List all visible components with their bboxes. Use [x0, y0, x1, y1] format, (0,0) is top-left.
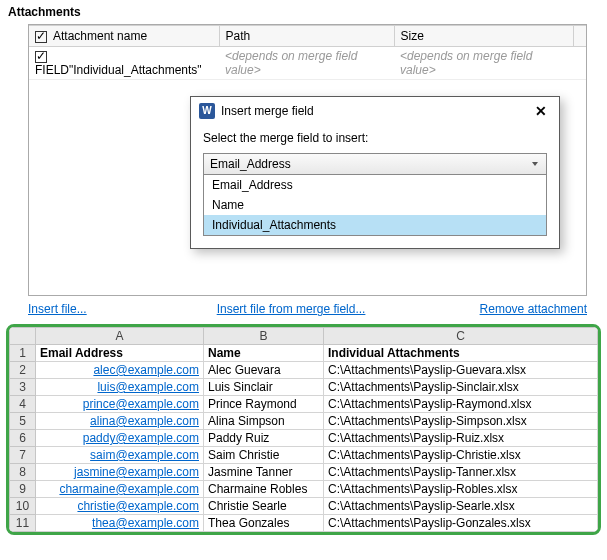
word-icon: W — [199, 103, 215, 119]
row-header[interactable]: 10 — [10, 498, 36, 515]
cell-path[interactable]: C:\Attachments\Payslip-Christie.xlsx — [324, 447, 598, 464]
insert-merge-link[interactable]: Insert file from merge field... — [217, 302, 366, 316]
cell-name[interactable]: Christie Searle — [204, 498, 324, 515]
table-row: 10christie@example.comChristie SearleC:\… — [10, 498, 598, 515]
cell-email[interactable]: thea@example.com — [36, 515, 204, 532]
row-header[interactable]: 9 — [10, 481, 36, 498]
col-label: Attachment name — [53, 29, 147, 43]
cell-email[interactable]: alec@example.com — [36, 362, 204, 379]
cell-email[interactable]: paddy@example.com — [36, 430, 204, 447]
cell-name[interactable]: Saim Christie — [204, 447, 324, 464]
row-header[interactable]: 5 — [10, 413, 36, 430]
dialog-label: Select the merge field to insert: — [203, 131, 547, 145]
dialog-titlebar: W Insert merge field ✕ — [191, 97, 559, 125]
col-header-a[interactable]: A — [36, 328, 204, 345]
cell-path[interactable]: C:\Attachments\Payslip-Tanner.xlsx — [324, 464, 598, 481]
row-header[interactable]: 3 — [10, 379, 36, 396]
row-header[interactable]: 11 — [10, 515, 36, 532]
cell-name[interactable]: Charmaine Robles — [204, 481, 324, 498]
cell-path[interactable]: C:\Attachments\Payslip-Gonzales.xlsx — [324, 515, 598, 532]
attachment-row[interactable]: FIELD"Individual_Attachments" <depends o… — [29, 47, 586, 80]
cell-name[interactable]: Luis Sinclair — [204, 379, 324, 396]
cell-path[interactable]: C:\Attachments\Payslip-Searle.xlsx — [324, 498, 598, 515]
merge-field-dropdown-list: Email_Address Name Individual_Attachment… — [203, 175, 547, 236]
col-spacer — [574, 26, 587, 47]
combo-option-email[interactable]: Email_Address — [204, 175, 546, 195]
table-row: 5alina@example.comAlina SimpsonC:\Attach… — [10, 413, 598, 430]
table-row: 6paddy@example.comPaddy RuizC:\Attachmen… — [10, 430, 598, 447]
attachment-name: FIELD"Individual_Attachments" — [35, 63, 202, 77]
cell-name[interactable]: Prince Raymond — [204, 396, 324, 413]
header-cell[interactable]: Individual Attachments — [324, 345, 598, 362]
combo-option-name[interactable]: Name — [204, 195, 546, 215]
table-row: 9charmaine@example.comCharmaine RoblesC:… — [10, 481, 598, 498]
cell-name[interactable]: Alina Simpson — [204, 413, 324, 430]
cell-path[interactable]: C:\Attachments\Payslip-Ruiz.xlsx — [324, 430, 598, 447]
row-header[interactable]: 7 — [10, 447, 36, 464]
select-all-corner[interactable] — [10, 328, 36, 345]
cell-path[interactable]: C:\Attachments\Payslip-Raymond.xlsx — [324, 396, 598, 413]
cell-email[interactable]: luis@example.com — [36, 379, 204, 396]
cell-path[interactable]: C:\Attachments\Payslip-Guevara.xlsx — [324, 362, 598, 379]
col-size[interactable]: Size — [394, 26, 574, 47]
attachment-links: Insert file... Insert file from merge fi… — [28, 302, 587, 316]
cell-email[interactable]: charmaine@example.com — [36, 481, 204, 498]
cell-name[interactable]: Paddy Ruiz — [204, 430, 324, 447]
col-header-c[interactable]: C — [324, 328, 598, 345]
cell-name[interactable]: Jasmine Tanner — [204, 464, 324, 481]
attachment-size: <depends on merge field value> — [394, 47, 574, 80]
row-header[interactable]: 1 — [10, 345, 36, 362]
cell-path[interactable]: C:\Attachments\Payslip-Sinclair.xlsx — [324, 379, 598, 396]
cell-name[interactable]: Alec Guevara — [204, 362, 324, 379]
row-header[interactable]: 8 — [10, 464, 36, 481]
cell-email[interactable]: alina@example.com — [36, 413, 204, 430]
spreadsheet: A B C 1 Email Address Name Individual At… — [6, 324, 601, 535]
combo-option-individual-attachments[interactable]: Individual_Attachments — [204, 215, 546, 235]
table-row: 3luis@example.comLuis SinclairC:\Attachm… — [10, 379, 598, 396]
table-row: 8jasmine@example.comJasmine TannerC:\Att… — [10, 464, 598, 481]
remove-attachment-link[interactable]: Remove attachment — [480, 302, 587, 316]
table-row: 11thea@example.comThea GonzalesC:\Attach… — [10, 515, 598, 532]
dialog-title-text: Insert merge field — [221, 104, 314, 118]
insert-merge-field-dialog: W Insert merge field ✕ Select the merge … — [190, 96, 560, 249]
table-row: 4prince@example.comPrince RaymondC:\Atta… — [10, 396, 598, 413]
checkbox-icon[interactable] — [35, 31, 47, 43]
table-row: 2alec@example.comAlec GuevaraC:\Attachme… — [10, 362, 598, 379]
cell-email[interactable]: saim@example.com — [36, 447, 204, 464]
insert-file-link[interactable]: Insert file... — [28, 302, 87, 316]
table-row: 7saim@example.comSaim ChristieC:\Attachm… — [10, 447, 598, 464]
row-header[interactable]: 6 — [10, 430, 36, 447]
section-title: Attachments — [0, 0, 607, 24]
cell-path[interactable]: C:\Attachments\Payslip-Simpson.xlsx — [324, 413, 598, 430]
row-header[interactable]: 4 — [10, 396, 36, 413]
attachments-table: Attachment name Path Size FIELD"Individu… — [29, 25, 586, 80]
attachment-path: <depends on merge field value> — [219, 47, 394, 80]
col-header-b[interactable]: B — [204, 328, 324, 345]
cell-email[interactable]: prince@example.com — [36, 396, 204, 413]
col-path[interactable]: Path — [219, 26, 394, 47]
checkbox-icon[interactable] — [35, 51, 47, 63]
cell-path[interactable]: C:\Attachments\Payslip-Robles.xlsx — [324, 481, 598, 498]
cell-email[interactable]: jasmine@example.com — [36, 464, 204, 481]
col-attachment-name[interactable]: Attachment name — [29, 26, 219, 47]
cell-email[interactable]: christie@example.com — [36, 498, 204, 515]
close-icon[interactable]: ✕ — [531, 103, 551, 119]
cell-name[interactable]: Thea Gonzales — [204, 515, 324, 532]
merge-field-combobox[interactable]: Email_Address — [203, 153, 547, 175]
header-cell[interactable]: Email Address — [36, 345, 204, 362]
header-cell[interactable]: Name — [204, 345, 324, 362]
row-header[interactable]: 2 — [10, 362, 36, 379]
